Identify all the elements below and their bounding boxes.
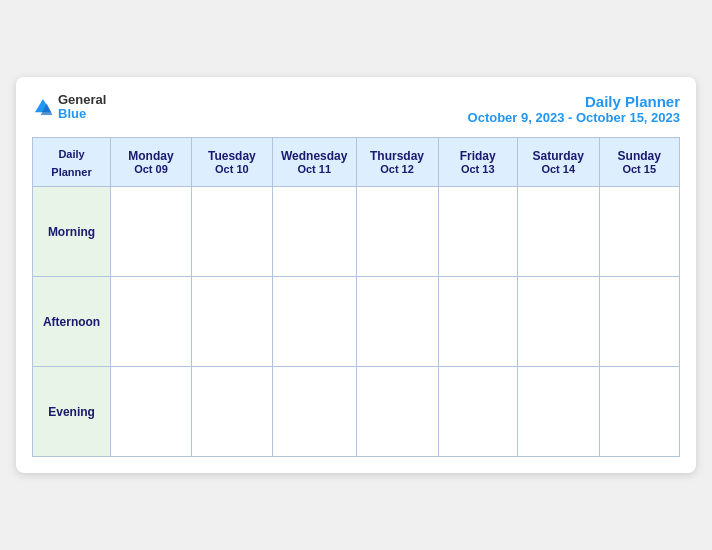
- header: General Blue Daily Planner October 9, 20…: [32, 93, 680, 125]
- cell-morning-saturday[interactable]: [517, 187, 599, 277]
- planner-date-range: October 9, 2023 - October 15, 2023: [468, 110, 680, 125]
- row-evening: Evening: [33, 367, 680, 457]
- header-col-friday: FridayOct 13: [438, 138, 517, 187]
- planner-table: Daily Planner MondayOct 09TuesdayOct 10W…: [32, 137, 680, 457]
- cell-morning-sunday[interactable]: [599, 187, 680, 277]
- header-col-tuesday: TuesdayOct 10: [191, 138, 272, 187]
- logo-blue: Blue: [58, 107, 106, 121]
- header-col-saturday: SaturdayOct 14: [517, 138, 599, 187]
- header-col-monday: MondayOct 09: [111, 138, 192, 187]
- cell-afternoon-thursday[interactable]: [356, 277, 438, 367]
- planner-container: General Blue Daily Planner October 9, 20…: [16, 77, 696, 473]
- first-header-line2: Planner: [51, 166, 91, 178]
- cell-morning-friday[interactable]: [438, 187, 517, 277]
- cell-evening-saturday[interactable]: [517, 367, 599, 457]
- cell-evening-friday[interactable]: [438, 367, 517, 457]
- logo-area: General Blue: [32, 93, 106, 122]
- cell-morning-thursday[interactable]: [356, 187, 438, 277]
- row-morning: Morning: [33, 187, 680, 277]
- title-area: Daily Planner October 9, 2023 - October …: [468, 93, 680, 125]
- cell-evening-thursday[interactable]: [356, 367, 438, 457]
- cell-afternoon-sunday[interactable]: [599, 277, 680, 367]
- cell-morning-wednesday[interactable]: [272, 187, 356, 277]
- first-header-cell: Daily Planner: [33, 138, 111, 187]
- row-label-evening: Evening: [33, 367, 111, 457]
- cell-morning-tuesday[interactable]: [191, 187, 272, 277]
- first-header-line1: Daily: [58, 148, 84, 160]
- planner-title: Daily Planner: [468, 93, 680, 110]
- header-col-wednesday: WednesdayOct 11: [272, 138, 356, 187]
- cell-afternoon-monday[interactable]: [111, 277, 192, 367]
- cell-afternoon-saturday[interactable]: [517, 277, 599, 367]
- cell-evening-monday[interactable]: [111, 367, 192, 457]
- cell-afternoon-tuesday[interactable]: [191, 277, 272, 367]
- header-row: Daily Planner MondayOct 09TuesdayOct 10W…: [33, 138, 680, 187]
- cell-morning-monday[interactable]: [111, 187, 192, 277]
- cell-afternoon-friday[interactable]: [438, 277, 517, 367]
- cell-evening-sunday[interactable]: [599, 367, 680, 457]
- cell-afternoon-wednesday[interactable]: [272, 277, 356, 367]
- cell-evening-wednesday[interactable]: [272, 367, 356, 457]
- cell-evening-tuesday[interactable]: [191, 367, 272, 457]
- first-header-text: Daily Planner: [51, 148, 91, 178]
- row-afternoon: Afternoon: [33, 277, 680, 367]
- row-label-afternoon: Afternoon: [33, 277, 111, 367]
- header-col-sunday: SundayOct 15: [599, 138, 680, 187]
- logo-general: General: [58, 93, 106, 107]
- row-label-morning: Morning: [33, 187, 111, 277]
- logo-icon: [32, 96, 54, 118]
- logo-text: General Blue: [58, 93, 106, 122]
- header-col-thursday: ThursdayOct 12: [356, 138, 438, 187]
